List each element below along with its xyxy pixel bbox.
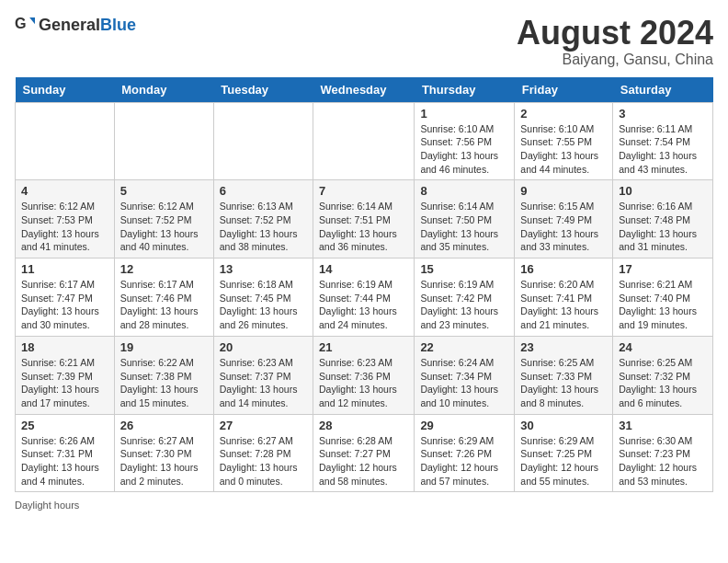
calendar-cell — [16, 102, 115, 180]
cell-info: Sunrise: 6:13 AM Sunset: 7:52 PM Dayligh… — [220, 200, 307, 254]
calendar-cell: 17Sunrise: 6:21 AM Sunset: 7:40 PM Dayli… — [613, 259, 713, 337]
calendar-cell: 12Sunrise: 6:17 AM Sunset: 7:46 PM Dayli… — [114, 259, 213, 337]
date-number: 19 — [120, 340, 208, 354]
calendar-cell: 11Sunrise: 6:17 AM Sunset: 7:47 PM Dayli… — [16, 259, 115, 337]
date-number: 26 — [120, 419, 208, 432]
cell-info: Sunrise: 6:10 AM Sunset: 7:55 PM Dayligh… — [520, 122, 607, 177]
date-number: 22 — [420, 340, 508, 354]
week-row-4: 18Sunrise: 6:21 AM Sunset: 7:39 PM Dayli… — [16, 336, 713, 414]
cell-info: Sunrise: 6:21 AM Sunset: 7:40 PM Dayligh… — [619, 278, 707, 332]
cell-info: Sunrise: 6:22 AM Sunset: 7:38 PM Dayligh… — [120, 356, 208, 410]
date-number: 8 — [420, 184, 508, 198]
cell-info: Sunrise: 6:24 AM Sunset: 7:34 PM Dayligh… — [420, 356, 508, 410]
cell-info: Sunrise: 6:15 AM Sunset: 7:49 PM Dayligh… — [520, 200, 607, 254]
week-row-5: 25Sunrise: 6:26 AM Sunset: 7:31 PM Dayli… — [16, 414, 713, 492]
day-header-sunday: Sunday — [16, 77, 115, 103]
day-header-tuesday: Tuesday — [213, 77, 313, 103]
date-number: 10 — [619, 184, 707, 198]
date-number: 16 — [520, 262, 607, 276]
logo-blue: Blue — [100, 16, 136, 34]
cell-info: Sunrise: 6:30 AM Sunset: 7:23 PM Dayligh… — [619, 434, 707, 488]
calendar-cell: 13Sunrise: 6:18 AM Sunset: 7:45 PM Dayli… — [213, 259, 313, 337]
cell-info: Sunrise: 6:21 AM Sunset: 7:39 PM Dayligh… — [21, 356, 108, 410]
calendar-cell: 5Sunrise: 6:12 AM Sunset: 7:52 PM Daylig… — [114, 180, 213, 259]
day-header-wednesday: Wednesday — [313, 77, 415, 103]
calendar-cell: 26Sunrise: 6:27 AM Sunset: 7:30 PM Dayli… — [114, 414, 213, 492]
date-number: 2 — [520, 107, 607, 121]
calendar-cell: 16Sunrise: 6:20 AM Sunset: 7:41 PM Dayli… — [515, 259, 613, 337]
main-title: August 2024 — [517, 15, 713, 52]
header-row: SundayMondayTuesdayWednesdayThursdayFrid… — [16, 77, 713, 103]
cell-info: Sunrise: 6:25 AM Sunset: 7:33 PM Dayligh… — [520, 356, 607, 410]
cell-info: Sunrise: 6:20 AM Sunset: 7:41 PM Dayligh… — [520, 278, 607, 332]
date-number: 31 — [619, 419, 707, 432]
calendar-cell: 18Sunrise: 6:21 AM Sunset: 7:39 PM Dayli… — [16, 336, 115, 414]
date-number: 3 — [619, 107, 707, 121]
date-number: 15 — [420, 262, 508, 276]
cell-info: Sunrise: 6:12 AM Sunset: 7:52 PM Dayligh… — [120, 200, 208, 254]
cell-info: Sunrise: 6:23 AM Sunset: 7:36 PM Dayligh… — [319, 356, 408, 410]
calendar-cell: 1Sunrise: 6:10 AM Sunset: 7:56 PM Daylig… — [415, 102, 515, 180]
date-number: 20 — [220, 340, 307, 354]
calendar-cell: 22Sunrise: 6:24 AM Sunset: 7:34 PM Dayli… — [415, 336, 515, 414]
date-number: 28 — [319, 419, 408, 432]
svg-marker-1 — [29, 17, 35, 24]
calendar-cell: 20Sunrise: 6:23 AM Sunset: 7:37 PM Dayli… — [213, 336, 313, 414]
calendar-cell: 3Sunrise: 6:11 AM Sunset: 7:54 PM Daylig… — [613, 102, 713, 180]
date-number: 12 — [120, 262, 208, 276]
calendar-cell: 31Sunrise: 6:30 AM Sunset: 7:23 PM Dayli… — [613, 414, 713, 492]
cell-info: Sunrise: 6:28 AM Sunset: 7:27 PM Dayligh… — [319, 434, 408, 488]
cell-info: Sunrise: 6:11 AM Sunset: 7:54 PM Dayligh… — [619, 122, 707, 177]
calendar-cell: 14Sunrise: 6:19 AM Sunset: 7:44 PM Dayli… — [313, 259, 415, 337]
cell-info: Sunrise: 6:26 AM Sunset: 7:31 PM Dayligh… — [21, 434, 108, 488]
header: G GeneralBlue August 2024 Baiyang, Gansu… — [15, 15, 713, 68]
date-number: 18 — [21, 340, 108, 354]
date-number: 27 — [220, 419, 307, 432]
date-number: 6 — [220, 184, 307, 198]
date-number: 1 — [420, 107, 508, 121]
calendar-cell: 6Sunrise: 6:13 AM Sunset: 7:52 PM Daylig… — [213, 180, 313, 259]
cell-info: Sunrise: 6:10 AM Sunset: 7:56 PM Dayligh… — [420, 122, 508, 177]
date-number: 25 — [21, 419, 108, 432]
date-number: 24 — [619, 340, 707, 354]
date-number: 23 — [520, 340, 607, 354]
day-header-thursday: Thursday — [415, 77, 515, 103]
logo-icon: G — [15, 15, 35, 35]
calendar-cell: 25Sunrise: 6:26 AM Sunset: 7:31 PM Dayli… — [16, 414, 115, 492]
date-number: 11 — [21, 262, 108, 276]
calendar-cell — [213, 102, 313, 180]
cell-info: Sunrise: 6:19 AM Sunset: 7:42 PM Dayligh… — [420, 278, 508, 332]
logo-general: General — [39, 16, 100, 34]
date-number: 13 — [220, 262, 307, 276]
date-number: 4 — [21, 184, 108, 198]
date-number: 7 — [319, 184, 408, 198]
cell-info: Sunrise: 6:17 AM Sunset: 7:46 PM Dayligh… — [120, 278, 208, 332]
cell-info: Sunrise: 6:29 AM Sunset: 7:25 PM Dayligh… — [520, 434, 607, 488]
day-header-friday: Friday — [515, 77, 613, 103]
calendar-cell: 7Sunrise: 6:14 AM Sunset: 7:51 PM Daylig… — [313, 180, 415, 259]
daylight-label: Daylight hours — [15, 500, 79, 511]
calendar-cell: 8Sunrise: 6:14 AM Sunset: 7:50 PM Daylig… — [415, 180, 515, 259]
calendar-cell: 30Sunrise: 6:29 AM Sunset: 7:25 PM Dayli… — [515, 414, 613, 492]
date-number: 5 — [120, 184, 208, 198]
cell-info: Sunrise: 6:16 AM Sunset: 7:48 PM Dayligh… — [619, 200, 707, 254]
week-row-2: 4Sunrise: 6:12 AM Sunset: 7:53 PM Daylig… — [16, 180, 713, 259]
calendar-cell: 2Sunrise: 6:10 AM Sunset: 7:55 PM Daylig… — [515, 102, 613, 180]
calendar-cell: 10Sunrise: 6:16 AM Sunset: 7:48 PM Dayli… — [613, 180, 713, 259]
sub-title: Baiyang, Gansu, China — [517, 52, 713, 68]
date-number: 17 — [619, 262, 707, 276]
calendar-cell: 19Sunrise: 6:22 AM Sunset: 7:38 PM Dayli… — [114, 336, 213, 414]
week-row-1: 1Sunrise: 6:10 AM Sunset: 7:56 PM Daylig… — [16, 102, 713, 180]
cell-info: Sunrise: 6:18 AM Sunset: 7:45 PM Dayligh… — [220, 278, 307, 332]
date-number: 29 — [420, 419, 508, 432]
day-header-monday: Monday — [114, 77, 213, 103]
calendar-cell: 21Sunrise: 6:23 AM Sunset: 7:36 PM Dayli… — [313, 336, 415, 414]
calendar-cell: 28Sunrise: 6:28 AM Sunset: 7:27 PM Dayli… — [313, 414, 415, 492]
cell-info: Sunrise: 6:27 AM Sunset: 7:30 PM Dayligh… — [120, 434, 208, 488]
cell-info: Sunrise: 6:25 AM Sunset: 7:32 PM Dayligh… — [619, 356, 707, 410]
svg-text:G: G — [15, 15, 27, 31]
day-header-saturday: Saturday — [613, 77, 713, 103]
date-number: 14 — [319, 262, 408, 276]
date-number: 21 — [319, 340, 408, 354]
date-number: 9 — [520, 184, 607, 198]
